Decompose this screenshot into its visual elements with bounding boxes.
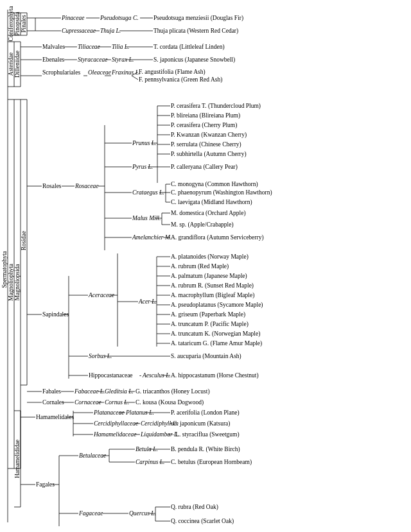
magnoliophyta-label: Magnoliophyta — [8, 263, 14, 301]
acer-rubrum-r-label: A. rubrum R. (Sunset Red Maple) — [171, 282, 254, 289]
oleaceae-label: Oleaceae — [88, 69, 111, 76]
malus-sp-label: M. sp. (Apple/Crabapple) — [171, 221, 234, 228]
cercidiphyllum-japonicum-label: C. japonicum (Katsura) — [173, 420, 230, 427]
prunus-cerasifera-t-label: P. cerasifera T. (Thundercloud Plum) — [171, 103, 261, 110]
hippocastanaceae-label: Hippocastanaceae — [89, 372, 133, 379]
fraxinus-pennsylvanica-label: F. pennsylvanica (Green Red Ash) — [139, 76, 222, 83]
aceraceae-label: Aceraceae — [88, 292, 114, 298]
hamamelidaceae-label: Hamamelidaceae — [93, 431, 136, 438]
cornaceae-label: Cornaceae — [74, 399, 101, 406]
cupressaceae-label: Cupressaceae — [62, 28, 96, 34]
platanus-acerifolia-label: P. acerifolia (London Plane) — [171, 409, 240, 416]
asteridae-label: Asteridae — [8, 53, 14, 76]
rosidae-label: Rosidae — [21, 231, 27, 251]
betulaceae-label: Betulaceae — [79, 452, 106, 459]
hamamelididae-label: Hamamelididae — [14, 440, 21, 478]
coniferophyta-label: Coniferophyta — [8, 6, 14, 42]
tilia-cordata-label: T. cordata (Littleleaf Linden) — [153, 44, 225, 51]
styrax-japonicus-label: S. japonicus (Japanese Snowbell) — [153, 56, 235, 64]
acer-truncatum-k-label: A. truncatum K. (Norwegian Maple) — [171, 330, 260, 338]
quercus-coccinea-label: Q. coccinea (Scarlet Oak) — [171, 518, 234, 525]
acer-truncatum-p-label: A. truncatum P. (Pacific Maple) — [171, 321, 249, 328]
fraxinus-angustifolia-label: F. angustifolia (Flame Ash) — [139, 69, 206, 76]
dilleniidae-label: Dilleniidae — [14, 51, 21, 78]
fraxinus-l-label: Fraxinus L. — [111, 69, 140, 76]
scrophulariales-label: Scrophulariales — [42, 69, 80, 76]
tree-container: Spermatophyta Coniferophyta Pinopsida Pi… — [0, 0, 411, 532]
fagales-label: Fagales — [36, 481, 55, 488]
pseudotsuga-c-label: Pseudotsuga C. — [100, 15, 139, 21]
prunus-serrulata-label: P. serrulata (Chinese Cherry) — [171, 141, 241, 148]
aesculus-hippocastanum-label: A. hippocastanum (Horse Chestnut) — [171, 372, 259, 379]
malus-domestica-label: M. domestica (Orchard Apple) — [171, 210, 246, 217]
svg-line-37 — [132, 76, 138, 80]
prunus-cerasifera-label: P. cerasifera (Cherry Plum) — [171, 122, 237, 129]
rosales-label: Rosales — [42, 183, 62, 189]
pseudotsuga-menziesii-label: Pseudotsuga menziesii (Douglas Fir) — [153, 15, 243, 22]
prunus-kwanzan-label: P. Kwanzan (Kwanzan Cherry) — [171, 132, 247, 139]
cercidiphyllaceae-label: Cercidiphyllaceae — [94, 420, 138, 427]
prunus-subhirtella-label: P. subhirtella (Autumn Cherry) — [171, 151, 247, 158]
pinopsida-label: Pinopsida — [14, 11, 21, 35]
liquidambar-styraciflua-label: – L. styraciflua (Sweetgum) — [170, 431, 240, 438]
acer-macrophyllum-label: A. macrophyllum (Bigleaf Maple) — [171, 292, 254, 299]
cornus-kousa-label: C. kousa (Kousa Dogwood) — [136, 399, 204, 406]
sorbus-aucuparia-label: S. aucuparia (Mountain Ash) — [171, 353, 241, 360]
acer-griseum-label: A. griseum (Paperbark Maple) — [171, 311, 245, 318]
gleditsia-triacanthos-label: G. triacanthos (Honey Locust) — [136, 388, 210, 395]
spermatophyta-label: Spermatophyta — [1, 250, 8, 287]
pinales-label: Pinales — [21, 15, 27, 33]
crataegus-phaenopyrum-label: C. phaenopyrum (Washington Hawthorn) — [171, 189, 272, 196]
acer-platanoides-label: A. platanoides (Norway Maple) — [171, 253, 249, 261]
hippo-dash: - — [139, 372, 141, 379]
crataegus-laevigata-label: C. laevigata (Midland Hawthorn) — [171, 199, 252, 206]
pyrus-calleryana-label: P. calleryana (Callery Pear) — [171, 164, 238, 171]
tiliaceae-label: Tiliaceae — [78, 44, 100, 50]
acer-palmatum-label: A. palmatum (Japanese Maple) — [171, 273, 247, 280]
quercus-rubra-label: Q. rubra (Red Oak) — [171, 504, 218, 511]
acer-tataricum-label: A. tataricum G. (Flame Amur Maple) — [171, 340, 262, 347]
amelanchier-grandiflora-label: A. grandiflora (Autumn Serviceberry) — [171, 234, 264, 241]
malvales-label: Malvales — [42, 44, 65, 50]
ebenales-label: Ebenales — [42, 56, 65, 63]
magnoliopsida-label: Magnoliopsida — [14, 264, 21, 301]
rosaceae-label: Rosaceae — [74, 183, 98, 189]
acer-pseudoplatanus-label: A. pseudoplatanus (Sycamore Maple) — [171, 302, 263, 309]
betula-pendula-label: B. pendula R. (White Birch) — [171, 446, 240, 453]
crataegus-monogyna-label: C. monogyna (Common Hawthorn) — [171, 181, 258, 188]
cornales-label: Cornales — [42, 399, 64, 406]
carpinus-betulus-label: C. betulus (European Hornbeam) — [171, 459, 252, 466]
fagaceae-label: Fagaceae — [78, 510, 103, 517]
thuja-l-label: Thuja L. — [100, 28, 121, 34]
thuja-plicata-label: Thuja plicata (Western Red Cedar) — [153, 28, 238, 35]
prunus-blireiana-label: P. blireiana (Blireiana Plum) — [171, 112, 240, 119]
acer-rubrum-label: A. rubrum (Red Maple) — [171, 263, 229, 270]
fabales-label: Fabales — [42, 388, 61, 395]
pinaceae-label: Pinaceae — [61, 15, 84, 21]
styracaceae-label: Styracaceae — [78, 56, 107, 63]
